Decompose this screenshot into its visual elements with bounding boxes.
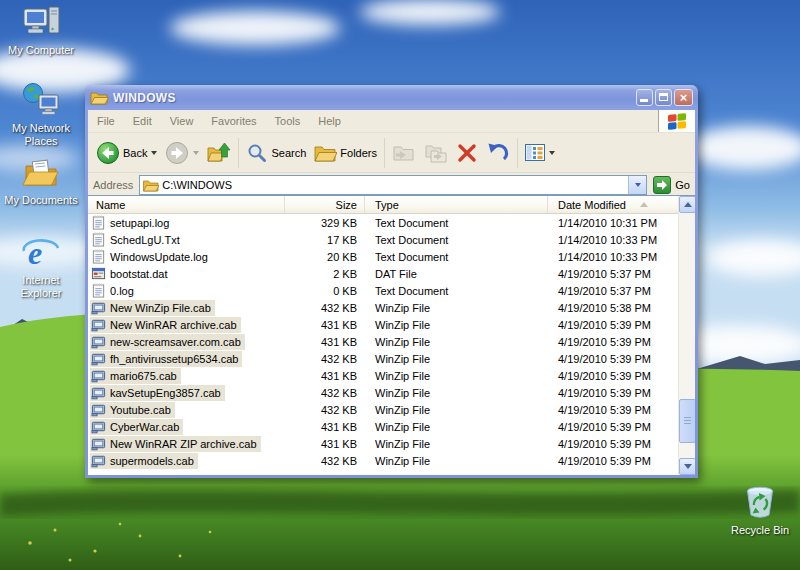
search-label: Search [271,147,306,159]
file-row[interactable]: fh_antivirussetup6534.cab432 KBWinZip Fi… [88,350,678,367]
file-row[interactable]: New WinRAR archive.cab431 KBWinZip File4… [88,316,678,333]
internet-explorer-icon: e [21,234,61,272]
address-dropdown-button[interactable] [628,176,646,194]
file-list: setupapi.log329 KBText Document1/14/2010… [88,214,678,475]
menu-edit[interactable]: Edit [124,111,161,132]
file-name: New WinZip File.cab [110,302,211,314]
file-type: WinZip File [365,438,548,450]
column-header-type[interactable]: Type [365,196,548,213]
copy-to-button[interactable] [420,136,452,170]
file-row[interactable]: 0.log0 KBText Document4/19/2010 5:37 PM [88,282,678,299]
file-name-selection: bootstat.dat [90,266,172,282]
file-row[interactable]: bootstat.dat2 KBDAT File4/19/2010 5:37 P… [88,265,678,282]
scrollbar-thumb[interactable] [679,399,695,443]
desktop-icon-recycle-bin[interactable]: Recycle Bin [721,482,799,537]
file-name-cell: supermodels.cab [88,453,285,469]
undo-icon [486,142,510,164]
file-row[interactable]: new-screamsaver.com.cab431 KBWinZip File… [88,333,678,350]
file-date-modified: 4/19/2010 5:39 PM [548,370,678,382]
cab-file-icon [91,317,106,332]
cab-file-icon [91,334,106,349]
file-date-modified: 4/19/2010 5:39 PM [548,319,678,331]
folders-button[interactable]: Folders [310,136,381,170]
text-file-icon [91,249,106,264]
dat-file-icon [91,266,106,281]
file-row[interactable]: setupapi.log329 KBText Document1/14/2010… [88,214,678,231]
minimize-button[interactable] [636,89,653,106]
file-row[interactable]: New WinRAR ZIP archive.cab431 KBWinZip F… [88,435,678,452]
folder-icon [90,90,109,106]
cab-file-icon [91,419,106,434]
desktop-icon-internet-explorer[interactable]: e Internet Explorer [2,234,80,300]
file-row[interactable]: supermodels.cab432 KBWinZip File4/19/201… [88,452,678,469]
undo-button[interactable] [482,136,514,170]
file-name-selection: New WinZip File.cab [90,300,215,316]
search-button[interactable]: Search [242,136,310,170]
menu-help[interactable]: Help [309,111,350,132]
menu-file[interactable]: File [88,111,124,132]
my-computer-icon [21,4,61,42]
windows-logo [658,110,695,132]
vertical-scrollbar[interactable] [678,196,695,475]
file-date-modified: 4/19/2010 5:39 PM [548,336,678,348]
file-name: kavSetupEng3857.cab [110,387,221,399]
desktop-icon-my-network-places[interactable]: My Network Places [2,82,80,148]
go-arrow-icon [656,179,668,191]
file-name-cell: 0.log [88,283,285,299]
menu-favorites[interactable]: Favorites [202,111,265,132]
menu-view[interactable]: View [161,111,203,132]
delete-icon [456,142,478,164]
text-file-icon [91,215,106,230]
desktop-icon-my-computer[interactable]: My Computer [2,4,80,57]
views-dropdown-icon [549,151,555,155]
file-name: New WinRAR archive.cab [110,319,237,331]
desktop-icon-label: My Computer [2,44,80,57]
file-name-selection: new-screamsaver.com.cab [90,334,245,350]
file-row[interactable]: kavSetupEng3857.cab432 KBWinZip File4/19… [88,384,678,401]
desktop-icon-my-documents[interactable]: My Documents [2,156,80,207]
move-to-icon [392,142,416,164]
file-row[interactable]: WindowsUpdate.log20 KBText Document1/14/… [88,248,678,265]
column-header-date-modified[interactable]: Date Modified [548,196,695,213]
titlebar[interactable]: WINDOWS × [85,85,698,110]
file-date-modified: 1/14/2010 10:31 PM [548,217,678,229]
go-button[interactable] [653,176,671,194]
file-name-cell: new-screamsaver.com.cab [88,334,285,350]
file-name: fh_antivirussetup6534.cab [110,353,238,365]
file-name-cell: mario675.cab [88,368,285,384]
menu-tools[interactable]: Tools [266,111,310,132]
menu-bar: File Edit View Favorites Tools Help [88,110,695,133]
forward-button[interactable] [161,136,203,170]
file-date-modified: 4/19/2010 5:37 PM [548,285,678,297]
text-file-icon [91,283,106,298]
file-name: mario675.cab [110,370,177,382]
file-row[interactable]: mario675.cab431 KBWinZip File4/19/2010 5… [88,367,678,384]
file-date-modified: 4/19/2010 5:38 PM [548,302,678,314]
file-type: WinZip File [365,455,548,467]
file-row[interactable]: New WinZip File.cab432 KBWinZip File4/19… [88,299,678,316]
chevron-down-icon [684,464,692,469]
delete-button[interactable] [452,136,482,170]
up-button[interactable] [203,136,235,170]
address-input[interactable]: C:\WINDOWS [162,179,628,191]
back-dropdown-icon [151,151,157,155]
file-row[interactable]: Youtube.cab432 KBWinZip File4/19/2010 5:… [88,401,678,418]
folder-icon [143,179,159,192]
column-header-size[interactable]: Size [285,196,365,213]
desktop[interactable]: My Computer My Network Places My Documen… [0,0,800,570]
views-button[interactable] [521,136,559,170]
maximize-button[interactable] [655,89,672,106]
scroll-down-button[interactable] [679,458,695,475]
address-label: Address [93,179,133,191]
back-button[interactable]: Back [92,136,161,170]
scroll-up-button[interactable] [679,196,695,213]
close-button[interactable]: × [674,89,693,106]
column-header-name[interactable]: Name [88,196,285,213]
move-to-button[interactable] [388,136,420,170]
file-name-selection: fh_antivirussetup6534.cab [90,351,242,367]
file-row[interactable]: SchedLgU.Txt17 KBText Document1/14/2010 … [88,231,678,248]
file-name-cell: New WinZip File.cab [88,300,285,316]
file-row[interactable]: CyberWar.cab431 KBWinZip File4/19/2010 5… [88,418,678,435]
address-combo[interactable]: C:\WINDOWS [139,175,647,195]
cab-file-icon [91,436,106,451]
